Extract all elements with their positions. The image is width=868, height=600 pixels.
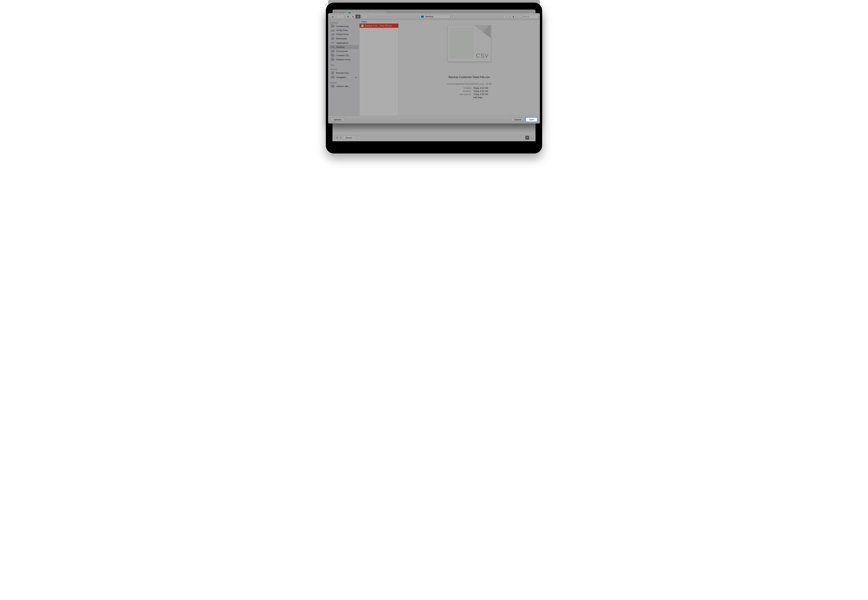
location-label: Desktop	[425, 15, 433, 18]
view-list-button[interactable]: ≣	[351, 15, 356, 18]
sidebar-item-remote-disc[interactable]: Remote Disc	[329, 71, 359, 75]
folder-icon	[331, 54, 334, 57]
sidebar-item-label: Creative Clo…	[336, 54, 351, 57]
add-tags-link[interactable]: Add Tags…	[473, 96, 488, 98]
preview-kind-size: Comma Separated Spreadsheet (.csv) - 30 …	[447, 83, 491, 85]
explore-button[interactable]	[525, 136, 529, 139]
view-switcher: ⊞ ≣ ▥	[346, 15, 360, 18]
csv-badge: CSV	[476, 52, 489, 59]
sheet-tab[interactable]: Sheet1	[343, 136, 356, 140]
sidebar-item-label: All My Files	[336, 29, 348, 32]
toggle-sidebar-button[interactable]: ▥	[330, 15, 335, 18]
view-icons-button[interactable]: ⊞	[346, 15, 351, 18]
file-row-label: Backup Cust…Data File.csv	[365, 24, 392, 27]
file-row[interactable]: Backup Cust…Data File.csv	[360, 24, 398, 28]
eject-icon[interactable]: ⏏	[355, 76, 357, 78]
sidebar-section-favorites: Favorites	[328, 21, 359, 24]
sidebar-icon: ▥	[332, 15, 334, 18]
sidebar-item-shared-mac[interactable]: Adrian's Ma…	[329, 84, 359, 88]
history-forward-button[interactable]: ›	[341, 15, 344, 18]
sidebar-item-documents[interactable]: Documents	[329, 49, 359, 53]
disc-icon	[331, 71, 334, 74]
documents-icon	[331, 50, 334, 53]
history-nav: ‹ ›	[337, 15, 344, 18]
all-sheets-button[interactable]: ≡	[340, 136, 341, 139]
desktop-icon	[331, 45, 334, 48]
applications-icon	[331, 41, 334, 44]
meta-value: Today, 8:33 AM	[473, 93, 488, 95]
sidebar-item-label: Deleted Users	[336, 58, 351, 61]
gdrive-icon	[331, 76, 334, 79]
sidebar-item-label: Documents	[336, 50, 348, 53]
view-columns-button[interactable]: ▥	[356, 15, 360, 18]
meta-key: Modified	[450, 90, 471, 92]
cloud-icon	[331, 33, 334, 36]
sidebar-item-label: Desktop	[336, 46, 345, 48]
preview-filename: Backup Customer Data File.csv	[448, 76, 490, 79]
share-icon: ⇧	[506, 15, 508, 18]
chevron-down-icon: ⌄	[366, 15, 368, 18]
sidebar-item-creative-cloud[interactable]: Creative Clo…	[329, 53, 359, 58]
sidebar-item-label: Adrian's Ma…	[336, 85, 350, 88]
sidebar-section-devices: Devices	[328, 67, 359, 71]
search-icon	[519, 16, 521, 18]
search-field[interactable]: Search	[517, 15, 538, 18]
meta-value: Today, 8:32 AM	[473, 90, 488, 92]
sidebar-section-tags: Tags	[328, 63, 359, 67]
sidebar-section-shared: Shared	[328, 81, 359, 84]
share-button[interactable]: ⇧	[504, 15, 509, 18]
file-list-column: Today Backup Cust…Data File.csv	[360, 20, 398, 116]
tag-icon: ◑	[512, 15, 514, 18]
arrange-icon: ⋮⋮	[362, 15, 366, 18]
sidebar-item-label: iCloud Drive	[336, 33, 348, 36]
preview-metadata: Created Today, 8:32 AM Modified Today, 8…	[450, 87, 488, 98]
spreadsheet-file-icon	[361, 24, 364, 27]
arrange-button[interactable]: ⋮⋮ ⌄	[362, 15, 368, 18]
sidebar-item-applications[interactable]: Applications	[329, 41, 359, 45]
sidebar-item-screenshots[interactable]: Screenshots	[329, 24, 359, 28]
location-popup[interactable]: Desktop ▴ ▾	[420, 15, 452, 18]
meta-key: Last opened	[450, 93, 471, 95]
sidebar-item-icloud-drive[interactable]: iCloud Drive	[329, 32, 359, 36]
sheet-tab-bar: + ≡ Sheet1 ‹	[333, 135, 535, 141]
sidebar-item-desktop[interactable]: Desktop	[329, 45, 359, 49]
computer-icon	[331, 85, 334, 88]
search-placeholder: Search	[522, 15, 529, 18]
collapse-side-button[interactable]: ‹	[531, 136, 532, 139]
dialog-toolbar: ▥ ‹ › ⊞ ≣ ▥ ⋮⋮ ⌄ Desktop ▴ ▾ ⇧ ◑	[328, 14, 540, 20]
finder-sidebar: Favorites Screenshots All My Files iClou…	[328, 20, 360, 116]
chevron-down-icon: ▾	[450, 17, 451, 18]
folder-icon	[421, 16, 424, 18]
sidebar-item-label: Remote Disc	[336, 72, 349, 74]
preview-pane: CSV Backup Customer Data File.csv Comma …	[398, 20, 540, 116]
folder-icon	[331, 25, 334, 27]
sidebar-item-google-drive[interactable]: GoogleDr…⏏	[329, 75, 359, 79]
download-icon	[331, 37, 334, 40]
list-group-header: Today	[360, 20, 398, 24]
sidebar-item-all-my-files[interactable]: All My Files	[329, 28, 359, 32]
sidebar-item-label: Applications	[336, 42, 348, 44]
dialog-footer: Options Cancel Open	[328, 116, 540, 123]
sidebar-item-deleted-users[interactable]: Deleted Users	[329, 58, 359, 62]
drive-icon	[331, 29, 334, 32]
meta-value: Today, 8:32 AM	[473, 87, 488, 89]
sidebar-item-label: GoogleDr…	[336, 76, 348, 79]
tags-button[interactable]: ◑	[511, 15, 516, 18]
history-back-button[interactable]: ‹	[337, 15, 341, 18]
add-sheet-button[interactable]: +	[336, 136, 338, 139]
sidebar-item-label: Downloads	[336, 37, 347, 40]
sidebar-item-label: Screenshots	[336, 25, 349, 27]
folder-icon	[331, 58, 334, 61]
preview-thumbnail: CSV	[447, 25, 491, 62]
sidebar-item-downloads[interactable]: Downloads	[329, 36, 359, 41]
chevron-up-icon: ▴	[450, 15, 451, 17]
open-button-highlight[interactable]: Open	[526, 118, 537, 122]
options-button[interactable]: Options	[331, 118, 344, 122]
meta-key: Created	[450, 87, 471, 89]
cancel-button[interactable]: Cancel	[511, 118, 524, 122]
open-file-dialog: ▥ ‹ › ⊞ ≣ ▥ ⋮⋮ ⌄ Desktop ▴ ▾ ⇧ ◑	[328, 13, 540, 123]
